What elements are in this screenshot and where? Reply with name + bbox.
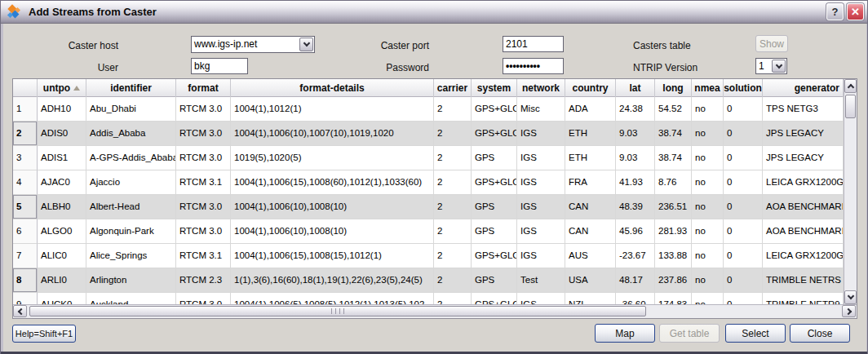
close-button[interactable]: Close — [790, 324, 850, 343]
password-input[interactable]: •••••••••• — [503, 58, 564, 74]
close-icon[interactable]: ✕ — [847, 3, 864, 20]
column-header-identifier[interactable]: identifier — [86, 79, 176, 97]
row-number[interactable]: 8 — [13, 268, 38, 293]
chevron-down-icon[interactable] — [299, 38, 313, 51]
row-number[interactable]: 2 — [13, 122, 38, 146]
select-button[interactable]: Select — [725, 324, 786, 343]
row-number[interactable]: 1 — [13, 97, 38, 122]
table-cell: ETH — [565, 146, 616, 170]
row-number[interactable]: 7 — [13, 244, 38, 268]
table-cell: GPS+GLO — [472, 170, 517, 195]
table-cell: AJAC0 — [38, 170, 86, 195]
scroll-right-icon[interactable] — [842, 305, 856, 317]
scroll-grip-icon — [330, 308, 345, 314]
column-header-system[interactable]: system — [472, 79, 517, 97]
caster-host-combobox[interactable]: www.igs-ip.net — [191, 36, 315, 53]
column-header-lat[interactable]: lat — [616, 79, 655, 97]
column-header-country[interactable]: country — [565, 79, 616, 97]
table-cell: ETH — [565, 122, 616, 146]
table-cell: ADA — [565, 97, 616, 122]
help-shortcut-button[interactable]: Help=Shift+F1 — [12, 325, 76, 343]
ntrip-version-combobox[interactable]: 1 — [755, 58, 787, 74]
table-cell: GPS — [472, 219, 517, 244]
table-cell: TRIMBLE NETRS — [763, 268, 844, 293]
vertical-scrollbar[interactable] — [844, 79, 857, 305]
column-header-format-details[interactable]: format-details — [231, 79, 434, 97]
caster-host-value: www.igs-ip.net — [192, 37, 299, 52]
table-cell: 2 — [434, 170, 472, 195]
table-cell: RTCM 3.1 — [176, 244, 231, 268]
chevron-down-icon[interactable] — [772, 60, 786, 73]
column-header-format[interactable]: format — [176, 79, 231, 97]
column-header-solution[interactable]: solution — [724, 79, 763, 97]
column-header-carrier[interactable]: carrier — [434, 79, 472, 97]
get-table-button[interactable]: Get table — [659, 324, 720, 343]
table-cell: FRA — [565, 170, 616, 195]
row-number[interactable]: 9 — [13, 293, 38, 304]
table-cell: JPS LEGACY — [763, 122, 844, 146]
table-cell: no — [692, 195, 724, 219]
app-icon — [7, 5, 22, 20]
table-cell: CAN — [565, 195, 616, 219]
column-header-network[interactable]: network — [517, 79, 565, 97]
table-cell: IGS — [517, 219, 565, 244]
table-cell: 174.83 — [655, 293, 692, 304]
scroll-left-icon[interactable] — [13, 305, 27, 317]
table-cell: 0 — [724, 122, 763, 146]
table-row[interactable]: 6ALGO0Algonquin-ParkRTCM 3.01004(1),1006… — [13, 219, 844, 244]
column-header-nmea[interactable]: nmea — [692, 79, 724, 97]
column-header-untpo[interactable]: untpo — [38, 79, 86, 97]
table-cell: ALIC0 — [38, 244, 86, 268]
table-cell: ALBH0 — [38, 195, 86, 219]
table-row[interactable]: 5ALBH0Albert-HeadRTCM 3.01004(1),1006(10… — [13, 195, 844, 219]
table-cell: RTCM 3.0 — [176, 122, 231, 146]
table-row[interactable]: 2ADIS0Addis_AbabaRTCM 3.01004(1),1006(10… — [13, 122, 844, 146]
horizontal-scroll-thumb[interactable] — [29, 306, 646, 316]
streams-table: untpoidentifierformatformat-detailscarri… — [12, 78, 857, 319]
scroll-down-icon[interactable] — [844, 290, 857, 304]
row-number[interactable]: 3 — [13, 146, 38, 170]
table-cell: no — [692, 293, 724, 304]
column-header-generator[interactable]: generator — [763, 79, 844, 97]
table-row[interactable]: 9AUCK0AucklandRTCM 3.01004(1),1006(5),10… — [13, 293, 844, 304]
table-cell: 2 — [434, 146, 472, 170]
table-cell: Algonquin-Park — [86, 219, 176, 244]
table-cell: 1(1),3(6),16(60),18(1),19(1),22(6),23(5)… — [231, 268, 434, 293]
table-cell: RTCM 3.0 — [176, 195, 231, 219]
map-button[interactable]: Map — [595, 324, 655, 343]
table-cell: 41.93 — [616, 170, 655, 195]
user-input[interactable]: bkg — [191, 58, 248, 74]
table-cell: IGS — [517, 146, 565, 170]
table-row[interactable]: 3ADIS1A-GPS-Addis_AbabaRTCM 3.01019(5),1… — [13, 146, 844, 170]
table-cell: IGS — [517, 195, 565, 219]
help-icon[interactable]: ? — [826, 3, 844, 20]
table-cell: GPS+GLO — [472, 244, 517, 268]
column-header-long[interactable]: long — [655, 79, 692, 97]
table-row[interactable]: 4AJAC0AjaccioRTCM 3.11004(1),1006(15),10… — [13, 170, 844, 195]
table-cell: RTCM 3.1 — [176, 170, 231, 195]
row-number[interactable]: 6 — [13, 219, 38, 244]
title-bar[interactable]: Add Streams from Caster ? ✕ — [1, 1, 868, 24]
table-cell: no — [692, 122, 724, 146]
caster-port-input[interactable]: 2101 — [503, 36, 564, 52]
row-number[interactable]: 5 — [13, 195, 38, 219]
user-label: User — [33, 61, 118, 74]
row-number[interactable]: 4 — [13, 170, 38, 195]
horizontal-scrollbar[interactable] — [13, 304, 857, 318]
table-row[interactable]: 8ARLI0ArlingtonRTCM 2.31(1),3(6),16(60),… — [13, 268, 844, 293]
table-row[interactable]: 1ADH10Abu_DhabiRTCM 3.01004(1),1012(1)2G… — [13, 97, 844, 122]
table-cell: AUCK0 — [38, 293, 86, 304]
table-cell: -23.67 — [616, 244, 655, 268]
scroll-up-icon[interactable] — [844, 79, 857, 93]
table-cell: Auckland — [86, 293, 176, 304]
table-cell: RTCM 3.0 — [176, 146, 231, 170]
show-button[interactable]: Show — [755, 35, 788, 52]
table-cell: 237.86 — [655, 268, 692, 293]
column-header-rownum[interactable] — [13, 79, 38, 97]
sort-ascending-icon — [73, 86, 80, 91]
table-row[interactable]: 7ALIC0Alice_SpringsRTCM 3.11004(1),1006(… — [13, 244, 844, 268]
table-cell: ARLI0 — [38, 268, 86, 293]
table-cell: RTCM 3.0 — [176, 293, 231, 304]
table-cell: Alice_Springs — [86, 244, 176, 268]
vertical-scroll-thumb[interactable] — [845, 95, 856, 118]
